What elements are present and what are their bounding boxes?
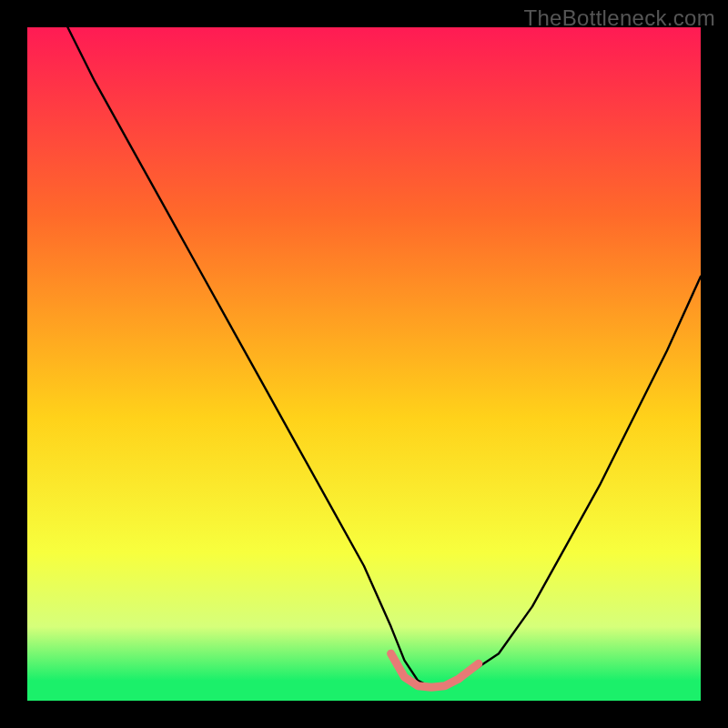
chart-svg (27, 27, 701, 701)
gradient-plot-area (27, 27, 701, 701)
watermark-text: TheBottleneck.com (523, 5, 715, 31)
chart-stage: TheBottleneck.com (0, 0, 728, 728)
